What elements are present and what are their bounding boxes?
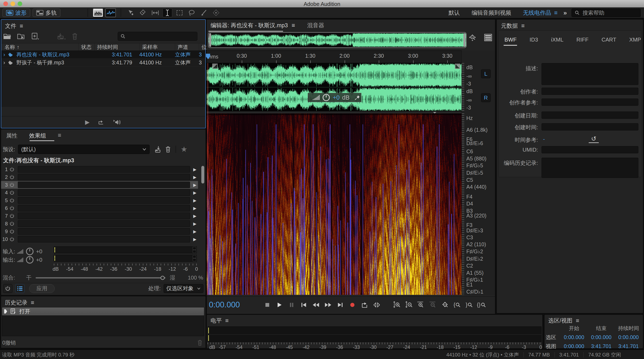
effect-slot[interactable]: 5▶ — [1, 196, 198, 204]
apply-button[interactable]: 应用 — [29, 284, 55, 293]
metadata-field-input[interactable] — [542, 99, 638, 106]
zoom-in-horizontal-button[interactable] — [415, 300, 426, 310]
slot-options-icon[interactable]: ▶ — [192, 221, 198, 226]
selection-time-value[interactable]: 0:00.000 — [615, 334, 642, 340]
slot-options-icon[interactable]: ▶ — [192, 206, 198, 211]
selection-time-value[interactable]: 0:00.000 — [560, 343, 588, 349]
files-column-headers[interactable]: 名称↑ 状态 持续时间 采样率 声道 位 — [1, 43, 205, 51]
overview-waveform[interactable] — [208, 32, 466, 48]
metadata-panel-menu-icon[interactable]: ≡ — [521, 23, 524, 29]
levels-panel-menu-icon[interactable]: ≡ — [225, 317, 228, 324]
workspace-radio-production[interactable]: 无线电作品 ≡ — [523, 9, 558, 17]
record-button[interactable] — [347, 300, 358, 310]
favorite-star-icon[interactable]: ★ — [180, 145, 187, 154]
reset-time-reference-icon[interactable]: ↺ — [589, 135, 599, 143]
history-item-open[interactable]: 打开 — [2, 307, 204, 315]
slot-options-icon[interactable]: ▶ — [192, 198, 198, 203]
slot-effect-well[interactable] — [18, 213, 190, 219]
slot-options-icon[interactable]: ▶ — [192, 213, 198, 218]
metadata-field-input[interactable] — [542, 123, 638, 130]
expand-chevron-icon[interactable]: › — [3, 52, 5, 58]
loop-playback-button[interactable] — [359, 300, 370, 310]
zoom-to-out-point-button[interactable]: } — [464, 300, 475, 310]
save-preset-icon[interactable] — [154, 146, 162, 153]
waveform-display-toggle[interactable] — [93, 9, 103, 17]
slot-effect-well[interactable] — [18, 197, 190, 204]
workspace-edit-audio-to-video[interactable]: 编辑音频到视频 — [472, 9, 511, 17]
hud-pin-icon[interactable] — [355, 95, 360, 100]
slot-power-icon[interactable] — [10, 237, 14, 242]
effect-slot[interactable]: 8▶ — [1, 220, 198, 227]
slot-effect-well[interactable] — [18, 166, 190, 173]
metadata-tab-bwf[interactable]: BWF — [504, 37, 516, 43]
skip-to-end-button[interactable] — [335, 300, 346, 310]
metadata-field-input[interactable] — [542, 112, 638, 119]
brush-selection-tool[interactable] — [199, 9, 209, 17]
metadata-tab-xmp[interactable]: XMP — [629, 37, 641, 43]
preview-play-icon[interactable]: ▶ — [85, 119, 90, 126]
slot-power-icon[interactable] — [10, 221, 14, 226]
gain-hud[interactable]: +0 dB — [308, 93, 362, 102]
zoom-in-vertical-button[interactable] — [391, 300, 402, 310]
effect-slot[interactable]: 4▶ — [1, 189, 198, 196]
pause-button[interactable] — [286, 300, 297, 310]
slot-effect-well[interactable] — [18, 205, 190, 211]
slot-options-icon[interactable]: ▶ — [192, 175, 198, 180]
play-button[interactable] — [274, 300, 285, 310]
stop-button[interactable] — [262, 300, 273, 310]
files-panel-menu-icon[interactable]: ≡ — [20, 23, 23, 29]
selection-time-value[interactable]: 0:00.000 — [560, 334, 588, 340]
zoom-to-in-point-button[interactable]: { — [452, 300, 462, 310]
rewind-button[interactable] — [310, 300, 321, 310]
workspace-default[interactable]: 默认 — [448, 9, 460, 17]
metadata-field-input[interactable] — [542, 88, 638, 95]
file-row[interactable]: ›再也没有 - 耿斯汉.mp33:41.70144100 Hz立体声3 — [1, 51, 205, 59]
slot-effect-well[interactable] — [18, 189, 190, 196]
slot-effect-well[interactable] — [18, 182, 190, 188]
slot-power-icon[interactable] — [10, 229, 14, 234]
slot-options-icon[interactable]: ▶ — [192, 182, 198, 187]
delete-file-icon[interactable] — [72, 33, 78, 40]
effect-slot[interactable]: 3▶ — [1, 181, 198, 189]
slot-effect-well[interactable] — [18, 236, 190, 242]
zoom-out-vertical-button[interactable] — [403, 300, 414, 310]
multitrack-editor-button[interactable]: 多轨 — [33, 9, 60, 17]
slot-power-icon[interactable] — [10, 190, 14, 195]
razor-tool[interactable] — [138, 9, 148, 17]
slot-options-icon[interactable]: ▶ — [192, 237, 198, 242]
mix-slider-handle[interactable] — [160, 276, 165, 280]
effects-panel-menu-icon[interactable]: ≡ — [58, 132, 61, 139]
hud-gain-knob-icon[interactable] — [322, 94, 330, 102]
effect-slot[interactable]: 9▶ — [1, 227, 198, 235]
file-row[interactable]: ›野孩子 - 杨千嬅.mp33:41.77944100 Hz立体声3 — [1, 59, 205, 67]
waveform-display[interactable]: +0 dB — [207, 63, 462, 111]
rack-list-toggle-button[interactable] — [15, 284, 24, 293]
metadata-tab-ixml[interactable]: iXML — [551, 37, 563, 43]
files-search-input[interactable] — [118, 32, 197, 41]
slot-power-icon[interactable] — [10, 175, 14, 180]
tab-editor[interactable]: 编辑器: 再也没有 - 耿斯汉.mp3 ≡ — [210, 22, 295, 29]
editor-layout-icon[interactable] — [484, 34, 492, 42]
zoom-out-horizontal-button[interactable] — [428, 300, 438, 310]
metadata-tab-cart[interactable]: CART — [602, 37, 616, 43]
slot-power-icon[interactable] — [10, 167, 14, 172]
hud-gain-value[interactable]: +0 — [333, 94, 340, 101]
selection-time-value[interactable]: 3:41.701 — [615, 343, 642, 349]
timeline-ruler[interactable]: hms 0:301:001:302:002:303:003:30 — [207, 51, 462, 63]
zoom-to-selection-button[interactable]: {} — [476, 300, 487, 310]
slot-effect-well[interactable] — [18, 220, 190, 227]
zoom-navigate-icon[interactable] — [469, 34, 477, 42]
auto-play-icon[interactable] — [113, 119, 121, 126]
display-split-handle[interactable] — [207, 111, 462, 113]
input-gain-knob-icon[interactable] — [26, 247, 34, 256]
effects-scrollbar[interactable] — [201, 166, 204, 243]
zoom-reset-button[interactable] — [440, 300, 450, 310]
slot-effect-well[interactable] — [18, 174, 190, 180]
import-file-icon[interactable] — [17, 33, 26, 40]
process-dropdown[interactable]: 仅选区对象 — [164, 284, 204, 293]
effect-slot[interactable]: 1▶ — [1, 165, 198, 173]
expand-chevron-icon[interactable]: › — [3, 60, 5, 66]
skip-selection-button[interactable] — [371, 300, 382, 310]
preset-dropdown[interactable]: (默认) — [18, 145, 150, 154]
marquee-selection-tool[interactable] — [175, 9, 184, 17]
